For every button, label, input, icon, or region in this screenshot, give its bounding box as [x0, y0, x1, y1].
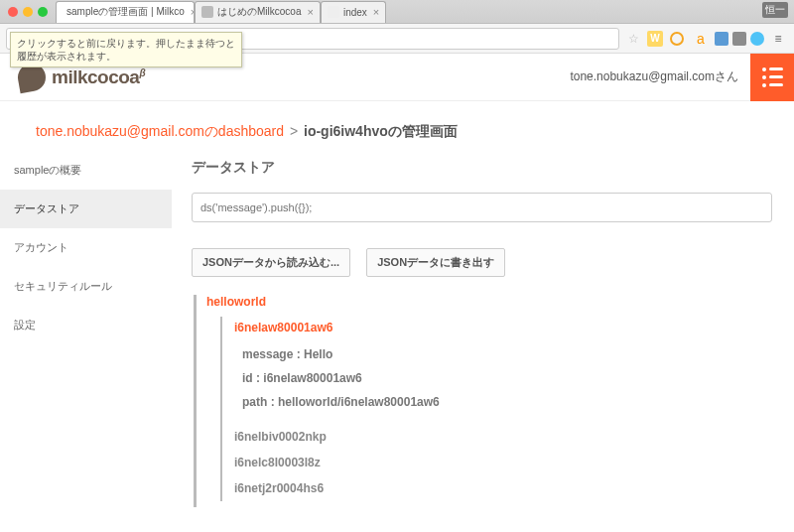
- close-window-icon[interactable]: [8, 7, 18, 17]
- data-tree: helloworld i6nelaw80001aw6 message : Hel…: [192, 295, 772, 507]
- minimize-window-icon[interactable]: [23, 7, 33, 17]
- bookmark-star-icon[interactable]: ☆: [623, 29, 643, 49]
- tab-label: はじめのMilkcocoa: [217, 5, 301, 19]
- main-content: データストア JSONデータから読み込む... JSONデータに書き出す hel…: [172, 151, 794, 532]
- page-title: データストア: [192, 159, 772, 177]
- load-json-button[interactable]: JSONデータから読み込む...: [192, 248, 350, 277]
- breadcrumb-current: io-gi6iw4hvoの管理画面: [304, 123, 458, 139]
- browser-tab[interactable]: はじめのMilkcocoa×: [195, 1, 321, 23]
- browser-tab[interactable]: sampleの管理画面 | Milkco×: [56, 1, 195, 23]
- logo-text: milkcocoaβ: [52, 66, 145, 88]
- record-id[interactable]: i6nelc8l0003l8z: [234, 450, 772, 475]
- sidebar-item-settings[interactable]: 設定: [0, 306, 172, 344]
- prop-id: id : i6nelaw80001aw6: [242, 366, 772, 390]
- browser-profile-badge[interactable]: 恒一: [762, 2, 788, 18]
- maximize-window-icon[interactable]: [38, 7, 48, 17]
- extension-icon[interactable]: [750, 32, 764, 46]
- sidebar-item-datastore[interactable]: データストア: [0, 190, 172, 228]
- extension-icon[interactable]: [715, 32, 728, 46]
- window-controls: [0, 7, 56, 17]
- extension-w-icon[interactable]: W: [647, 31, 663, 47]
- breadcrumb: tone.nobukazu@gmail.comのdashboard > io-g…: [0, 101, 794, 151]
- favicon-icon: [328, 6, 339, 18]
- sidebar: sampleの概要 データストア アカウント セキュリティルール 設定: [0, 151, 172, 532]
- browser-tab[interactable]: index×: [321, 1, 386, 23]
- back-button-tooltip: クリックすると前に戻ります。押したまま待つと 履歴が表示されます。: [10, 32, 242, 67]
- record-id[interactable]: i6nelbiv0002nkp: [234, 424, 772, 450]
- tree-root[interactable]: helloworld i6nelaw80001aw6 message : Hel…: [194, 295, 772, 507]
- breadcrumb-link[interactable]: tone.nobukazu@gmail.comのdashboard: [36, 123, 284, 139]
- user-info: tone.nobukazu@gmail.comさん: [570, 68, 750, 85]
- extension-icon[interactable]: [667, 29, 687, 49]
- tab-label: sampleの管理画面 | Milkco: [66, 5, 185, 19]
- sidebar-item-security[interactable]: セキュリティルール: [0, 267, 172, 306]
- prop-message: message : Hello: [242, 342, 772, 366]
- hamburger-menu-button[interactable]: [750, 54, 794, 101]
- close-tab-icon[interactable]: ×: [307, 6, 313, 18]
- datastore-command-input[interactable]: [192, 193, 772, 222]
- browser-tab-bar: sampleの管理画面 | Milkco× はじめのMilkcocoa× ind…: [0, 0, 794, 24]
- record-id[interactable]: i6nelaw80001aw6: [234, 317, 772, 338]
- favicon-icon: [201, 6, 213, 18]
- sidebar-item-overview[interactable]: sampleの概要: [0, 151, 172, 190]
- record-properties: message : Hello id : i6nelaw80001aw6 pat…: [234, 338, 772, 424]
- record-id[interactable]: i6netj2r0004hs6: [234, 475, 772, 501]
- tab-label: index: [343, 7, 367, 18]
- sidebar-item-account[interactable]: アカウント: [0, 228, 172, 267]
- close-tab-icon[interactable]: ×: [373, 6, 379, 18]
- extension-icon[interactable]: [732, 32, 746, 46]
- chrome-menu-icon[interactable]: ≡: [768, 29, 788, 49]
- export-json-button[interactable]: JSONデータに書き出す: [366, 248, 505, 277]
- amazon-icon[interactable]: a: [691, 29, 711, 49]
- breadcrumb-separator: >: [290, 123, 298, 139]
- tree-root-label: helloworld: [206, 295, 772, 317]
- prop-path: path : helloworld/i6nelaw80001aw6: [242, 390, 772, 414]
